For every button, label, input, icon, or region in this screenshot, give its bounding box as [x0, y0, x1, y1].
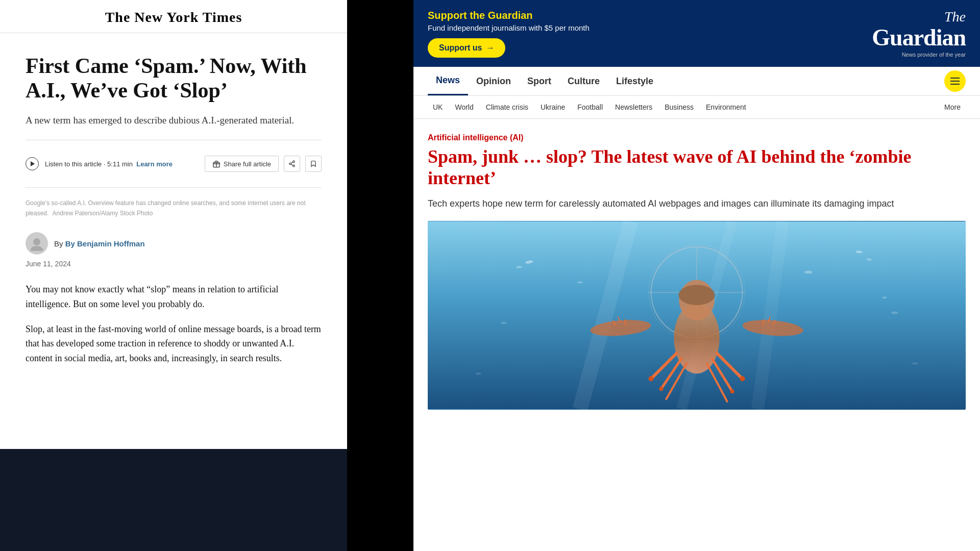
- nav-item-opinion[interactable]: Opinion: [468, 68, 519, 95]
- subnav-item-climate[interactable]: Climate crisis: [481, 101, 533, 113]
- play-button[interactable]: [26, 157, 39, 170]
- share-button[interactable]: Share full article: [205, 156, 279, 172]
- guardian-article: Artificial intelligence (AI) Spam, junk …: [413, 119, 980, 551]
- svg-line-4: [291, 164, 293, 165]
- share-icon-button[interactable]: [284, 156, 300, 172]
- svg-point-3: [293, 165, 295, 167]
- svg-point-17: [804, 271, 813, 274]
- article-standfirst: Tech experts hope new term for carelessl…: [428, 197, 966, 211]
- audio-text: Listen to this article · 5:11 min Learn …: [45, 160, 173, 168]
- nav-item-culture[interactable]: Culture: [559, 68, 608, 95]
- svg-point-45: [891, 312, 898, 314]
- author-link[interactable]: By Benjamin Hoffman: [65, 239, 145, 248]
- svg-point-44: [501, 322, 507, 324]
- subnav-item-business[interactable]: Business: [659, 101, 699, 113]
- guardian-logo-area: The Guardian News provider of the year: [872, 9, 966, 58]
- author-avatar: [26, 232, 48, 255]
- guardian-support-title: Support the Guardian: [428, 10, 590, 21]
- nav-item-sport[interactable]: Sport: [519, 68, 559, 95]
- subnav-item-world[interactable]: World: [450, 101, 478, 113]
- menu-line-2: [950, 81, 960, 82]
- svg-point-1: [293, 161, 295, 163]
- svg-point-16: [577, 282, 583, 284]
- avatar-icon: [29, 236, 44, 251]
- byline-text: By By Benjamin Hoffman: [54, 239, 145, 248]
- svg-point-7: [31, 246, 43, 251]
- svg-point-27: [678, 285, 715, 306]
- nyt-panel: The New York Times First Came ‘Spam.’ No…: [0, 0, 347, 551]
- nav-item-news[interactable]: News: [428, 67, 468, 95]
- subnav-more[interactable]: More: [939, 101, 966, 113]
- black-gap: [347, 0, 413, 551]
- subnav-item-environment[interactable]: Environment: [701, 101, 751, 113]
- svg-point-6: [33, 238, 40, 245]
- svg-point-2: [289, 163, 291, 165]
- article-headline: Spam, junk … slop? The latest wave of AI…: [428, 146, 966, 189]
- menu-line-3: [950, 84, 960, 85]
- guardian-menu-button[interactable]: [944, 70, 966, 92]
- nav-item-lifestyle[interactable]: Lifestyle: [608, 68, 662, 95]
- article-body-2: Slop, at least in the fast-moving world …: [26, 322, 322, 366]
- article-image: [428, 221, 966, 410]
- guardian-main-nav: News Opinion Sport Culture Lifestyle: [413, 67, 980, 96]
- svg-point-18: [882, 296, 887, 298]
- nyt-content: First Came ‘Spam.’ Now, With A.I., We’ve…: [0, 33, 347, 449]
- guardian-support-bar: Support the Guardian Fund independent jo…: [413, 0, 980, 67]
- guardian-support-subtitle: Fund independent journalism with $5 per …: [428, 23, 590, 32]
- bookmark-icon: [310, 160, 317, 168]
- svg-point-34: [649, 377, 654, 382]
- svg-point-46: [476, 373, 481, 375]
- svg-point-36: [740, 377, 745, 382]
- section-label: Artificial intelligence (AI): [428, 133, 966, 142]
- nyt-subheadline: A new term has emerged to describe dubio…: [26, 113, 322, 128]
- publish-date: June 11, 2024: [26, 260, 322, 268]
- guardian-subnav: UK World Climate crisis Ukraine Football…: [413, 96, 980, 119]
- guardian-support-left: Support the Guardian Fund independent jo…: [428, 10, 590, 58]
- underwater-scene-svg: [428, 221, 966, 410]
- nyt-header: The New York Times: [0, 0, 347, 33]
- bookmark-button[interactable]: [305, 156, 322, 172]
- share-section: Share full article: [205, 156, 322, 172]
- subnav-item-newsletters[interactable]: Newsletters: [610, 101, 657, 113]
- nyt-dark-footer: [0, 449, 347, 551]
- article-body-1: You may not know exactly what “slop” mea…: [26, 282, 322, 312]
- share-icon: [288, 160, 296, 167]
- guardian-support-button[interactable]: Support us →: [428, 38, 505, 58]
- subnav-item-uk[interactable]: UK: [428, 101, 448, 113]
- byline-section: By By Benjamin Hoffman: [26, 232, 322, 255]
- subnav-item-ukraine[interactable]: Ukraine: [535, 101, 570, 113]
- svg-point-47: [912, 363, 918, 365]
- guardian-panel: Support the Guardian Fund independent jo…: [413, 0, 980, 551]
- learn-more-link[interactable]: Learn more: [136, 160, 173, 168]
- nyt-audio-bar: Listen to this article · 5:11 min Learn …: [26, 151, 322, 177]
- gift-icon: [212, 160, 220, 168]
- svg-point-37: [730, 389, 734, 393]
- svg-point-35: [659, 387, 663, 391]
- menu-line-1: [950, 78, 960, 79]
- svg-line-5: [291, 162, 293, 163]
- nyt-headline: First Came ‘Spam.’ Now, With A.I., We’ve…: [26, 54, 322, 103]
- image-caption: Google’s so-called A.I. Overview feature…: [26, 198, 322, 218]
- subnav-item-football[interactable]: Football: [572, 101, 608, 113]
- nyt-logo: The New York Times: [10, 9, 337, 26]
- guardian-logo: The Guardian News provider of the year: [872, 9, 966, 58]
- play-icon: [31, 161, 35, 166]
